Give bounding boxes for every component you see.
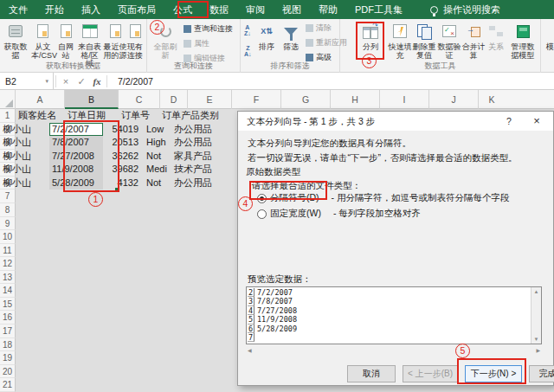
sort-az-button[interactable]: AZ↓ <box>244 24 251 36</box>
customer-name-cell[interactable]: 柳小山 <box>0 123 49 137</box>
row-header[interactable]: 7 <box>0 190 16 203</box>
ribbon-tab[interactable]: 公式 <box>164 0 201 19</box>
get-data-button[interactable]: 获取数据 <box>2 21 29 60</box>
next-button[interactable]: 下一步(N) > <box>465 365 522 382</box>
column-header[interactable]: K <box>479 90 505 109</box>
order-number-cell[interactable]: 54019 <box>103 123 145 137</box>
filter-button[interactable]: 筛选 <box>280 21 302 52</box>
row-header[interactable]: 20 <box>0 365 16 379</box>
category-cell[interactable]: 办公用品 <box>172 136 224 150</box>
row-header[interactable]: 9 <box>0 217 16 231</box>
order-date-cell[interactable]: 7/27/2008 <box>49 150 103 164</box>
order-date-cell[interactable]: 7/8/2007 <box>49 136 103 150</box>
category-cell[interactable]: 技术产品 <box>172 163 224 177</box>
column-header[interactable]: A <box>16 90 65 109</box>
order-date-cell[interactable]: 11/9/2008 <box>49 163 103 177</box>
name-box-dropdown-icon[interactable]: ▾ <box>45 73 48 90</box>
column-header[interactable] <box>0 90 16 109</box>
cell-b1[interactable]: 订单日期 <box>65 109 119 123</box>
row-header[interactable]: 1 <box>0 109 16 123</box>
row-header[interactable]: 11 <box>0 244 16 258</box>
category-cell[interactable]: 办公用品 <box>172 123 224 137</box>
sort-button[interactable]: X⇅ 排序 <box>255 21 278 52</box>
order-number-cell[interactable]: 20513 <box>103 136 145 150</box>
row-header[interactable]: 15 <box>0 298 16 312</box>
scroll-up-icon[interactable]: ▲ <box>531 289 541 294</box>
delimited-radio[interactable]: 分隔符号(D) - 用分隔字符，如逗号或制表符分隔每个字段 <box>257 192 510 204</box>
ribbon-tab[interactable]: 开始 <box>36 0 73 19</box>
properties-button[interactable]: 属性 <box>184 38 209 49</box>
row-header[interactable]: 18 <box>0 338 16 352</box>
insert-function-icon[interactable]: fx <box>89 73 105 90</box>
order-date-cell[interactable]: 5/28/2009 <box>49 177 103 190</box>
dialog-close-button[interactable]: × <box>524 112 550 131</box>
ribbon-tab[interactable]: 审阅 <box>237 0 274 19</box>
cell-d1[interactable]: 订单产品类别 <box>160 109 242 123</box>
column-header[interactable]: E <box>188 90 232 109</box>
formula-input[interactable]: 7/2/2007 <box>118 76 153 87</box>
ribbon-tab[interactable]: 文件 <box>0 0 36 19</box>
column-header[interactable]: G <box>281 90 331 109</box>
column-header[interactable]: C <box>119 90 160 109</box>
row-header[interactable]: 10 <box>0 230 16 244</box>
tell-me-search[interactable]: 操作说明搜索 <box>430 3 500 16</box>
data-validation-button[interactable]: 数据验证 <box>437 21 461 60</box>
category-cell[interactable]: 办公用品 <box>172 177 224 190</box>
cancel-entry-icon[interactable]: × <box>58 73 74 90</box>
category-cell[interactable]: 家具产品 <box>172 150 224 164</box>
from-text-csv-button[interactable]: 从文本/CSV <box>31 21 55 60</box>
column-header[interactable]: H <box>331 90 380 109</box>
ribbon-tab[interactable]: 数据 <box>201 0 237 19</box>
row-header[interactable]: 14 <box>0 284 16 298</box>
ribbon-tab[interactable]: PDF工具集 <box>346 0 411 19</box>
consolidate-button[interactable]: 合并计算 <box>461 21 486 60</box>
category-prefix-cell[interactable]: Not <box>145 177 172 190</box>
customer-name-cell[interactable]: 柳小山 <box>0 163 49 177</box>
customer-name-cell[interactable]: 柳小山 <box>0 136 49 150</box>
row-header[interactable]: 16 <box>0 311 16 325</box>
scroll-down-icon[interactable]: ▼ <box>531 337 541 342</box>
refresh-all-button[interactable]: 全部刷新 <box>152 21 178 60</box>
dialog-help-button[interactable]: ? <box>498 112 520 131</box>
order-date-cell[interactable]: 7/2/2007 <box>49 123 103 137</box>
from-web-button[interactable]: 自网站 <box>55 21 76 60</box>
remove-duplicates-button[interactable]: 删除重复值 <box>412 21 436 60</box>
category-prefix-cell[interactable]: Not <box>145 150 172 164</box>
preview-horizontal-scrollbar[interactable]: ◀ ▶ <box>246 346 542 356</box>
row-header[interactable]: 12 <box>0 257 16 271</box>
scroll-left-icon[interactable]: ◀ <box>248 346 252 356</box>
text-to-columns-button[interactable]: ↷ 分列 <box>358 21 383 52</box>
queries-connections-button[interactable]: 查询和连接 <box>184 23 233 35</box>
order-number-cell[interactable]: 36262 <box>103 150 145 164</box>
column-header[interactable]: F <box>232 90 281 109</box>
column-header[interactable]: D <box>160 90 188 109</box>
selection-fill-handle[interactable] <box>115 188 119 191</box>
order-number-cell[interactable]: 4132 <box>103 177 145 190</box>
ribbon-tab[interactable]: 插入 <box>73 0 109 19</box>
order-number-cell[interactable]: 39682 <box>103 163 145 177</box>
row-header[interactable]: 21 <box>0 378 16 392</box>
cancel-button[interactable]: 取消 <box>347 365 396 382</box>
row-header[interactable]: 13 <box>0 271 16 285</box>
flash-fill-button[interactable]: 快速填充 <box>388 21 412 60</box>
cell-c1[interactable]: 订单号 <box>119 109 160 123</box>
category-prefix-cell[interactable]: Low <box>145 123 172 137</box>
ribbon-tab[interactable]: 视图 <box>274 0 310 19</box>
customer-name-cell[interactable]: 柳小山 <box>0 150 49 164</box>
row-header[interactable]: 19 <box>0 351 16 365</box>
scroll-right-icon[interactable]: ▶ <box>536 346 540 356</box>
manage-data-model-button[interactable]: 管理数据模型 <box>510 21 536 60</box>
relationships-button[interactable]: 关系 <box>486 21 506 52</box>
row-header[interactable]: 17 <box>0 325 16 338</box>
confirm-entry-icon[interactable]: ✓ <box>74 73 89 90</box>
column-header[interactable]: B <box>65 90 119 109</box>
category-prefix-cell[interactable]: High <box>145 136 172 150</box>
fixed-width-radio[interactable]: 固定宽度(W) - 每列字段加空格对齐 <box>257 208 421 220</box>
sort-za-button[interactable]: ZA↓ <box>244 45 252 57</box>
row-header[interactable]: 8 <box>0 203 16 217</box>
column-header[interactable]: J <box>429 90 479 109</box>
back-button[interactable]: < 上一步(B) <box>403 365 458 382</box>
cell-a1[interactable]: 顾客姓名 <box>16 109 65 123</box>
category-prefix-cell[interactable]: Medi <box>145 163 172 177</box>
clear-filter-button[interactable]: 清除 <box>306 22 332 34</box>
